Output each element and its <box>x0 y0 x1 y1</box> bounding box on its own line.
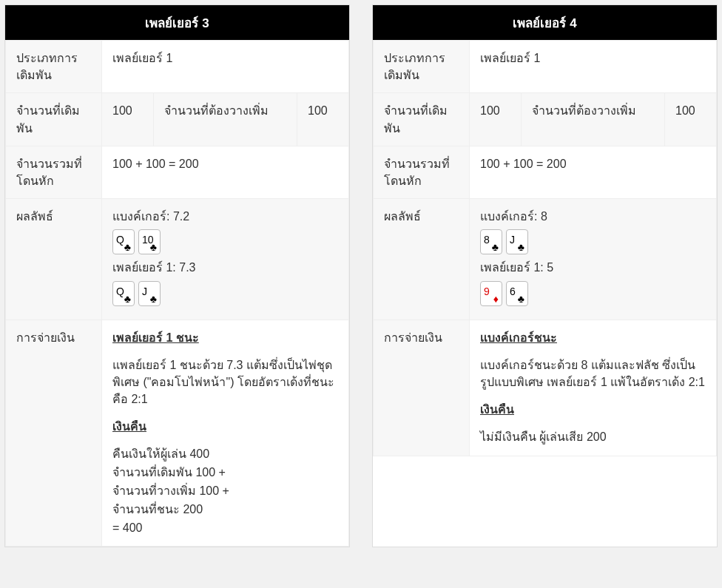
refund-line: คืนเงินให้ผู้เล่น 400 <box>112 445 338 464</box>
playing-card: 9♦ <box>480 281 502 306</box>
bet-amount-value: 100 <box>102 93 154 146</box>
card-rank: Q <box>116 284 124 299</box>
card-suit-icon: ♣ <box>518 294 524 304</box>
refund-line: ไม่มีเงินคืน ผู้เล่นเสีย 200 <box>480 428 706 447</box>
playing-card: Q♣ <box>112 281 135 306</box>
banker-cards: 8♣J♣ <box>480 229 706 254</box>
refund-title: เงินคืน <box>480 401 514 418</box>
total-value: 100 + 100 = 200 <box>102 146 349 198</box>
banker-score: แบงค์เกอร์: 8 <box>480 208 706 225</box>
player-score: เพลย์เยอร์ 1: 5 <box>480 259 706 276</box>
banker-score: แบงค์เกอร์: 7.2 <box>112 208 338 225</box>
payout-desc: แพลย์เยอร์ 1 ชนะด้วย 7.3 แต้มซึ่งเป็นไพ่… <box>112 356 338 408</box>
extra-label: จำนวนที่ต้องวางเพิ่ม <box>154 93 297 146</box>
playing-card: J♣ <box>506 229 528 254</box>
result-cell: แบงค์เกอร์: 7.2 Q♣10♣ เพลย์เยอร์ 1: 7.3 … <box>102 199 349 320</box>
total-value: 100 + 100 = 200 <box>470 146 717 198</box>
extra-value: 100 <box>297 93 349 146</box>
player-cards: Q♣J♣ <box>112 281 338 306</box>
card-suit-icon: ♣ <box>124 294 131 304</box>
player-score: เพลย์เยอร์ 1: 7.3 <box>112 259 338 276</box>
refund-lines: ไม่มีเงินคืน ผู้เล่นเสีย 200 <box>480 428 706 447</box>
payout-desc: แบงค์เกอร์ชนะด้วย 8 แต้มและฟลัช ซึ่งเป็น… <box>480 356 706 391</box>
refund-lines: คืนเงินให้ผู้เล่น 400จำนวนที่เดิมพัน 100… <box>112 445 338 537</box>
bet-amount-value: 100 <box>470 93 522 146</box>
bet-amount-label: จำนวนที่เดิมพัน <box>374 93 470 146</box>
card-rank: 8 <box>484 232 490 247</box>
total-label: จำนวนรวมที่โดนหัก <box>6 146 102 198</box>
card-suit-icon: ♣ <box>492 242 499 252</box>
info-table: ประเภทการเดิมพัน เพลย์เยอร์ 1 จำนวนที่เด… <box>373 40 717 456</box>
refund-line: จำนวนที่ชนะ 200 <box>112 501 338 519</box>
result-label: ผลลัพธ์ <box>6 199 102 320</box>
result-label: ผลลัพธ์ <box>374 199 470 320</box>
player-panel: เพลย์เยอร์ 3 ประเภทการเดิมพัน เพลย์เยอร์… <box>4 4 350 547</box>
bet-type-value: เพลย์เยอร์ 1 <box>102 41 349 93</box>
card-rank: 9 <box>484 284 490 299</box>
playing-card: J♣ <box>138 281 161 306</box>
extra-value: 100 <box>665 93 717 146</box>
card-rank: 6 <box>510 284 516 299</box>
bet-type-value: เพลย์เยอร์ 1 <box>470 41 717 93</box>
bet-type-label: ประเภทการเดิมพัน <box>374 41 470 93</box>
card-rank: J <box>142 284 147 299</box>
payout-label: การจ่ายเงิน <box>374 320 470 456</box>
refund-line: จำนวนที่เดิมพัน 100 + <box>112 464 338 482</box>
panel-title: เพลย์เยอร์ 3 <box>5 5 349 40</box>
extra-label: จำนวนที่ต้องวางเพิ่ม <box>522 93 665 146</box>
player-cards: 9♦6♣ <box>480 281 706 306</box>
refund-line: = 400 <box>112 519 338 538</box>
payout-cell: เพลย์เยอร์ 1 ชนะ แพลย์เยอร์ 1 ชนะด้วย 7.… <box>102 320 349 547</box>
payout-label: การจ่ายเงิน <box>6 320 102 547</box>
playing-card: 6♣ <box>506 281 528 306</box>
panels-container: เพลย์เยอร์ 3 ประเภทการเดิมพัน เพลย์เยอร์… <box>0 0 722 552</box>
result-cell: แบงค์เกอร์: 8 8♣J♣ เพลย์เยอร์ 1: 5 9♦6♣ <box>470 199 717 320</box>
refund-line: จำนวนที่วางเพิ่ม 100 + <box>112 482 338 501</box>
payout-headline: เพลย์เยอร์ 1 ชนะ <box>112 329 199 346</box>
payout-cell: แบงค์เกอร์ชนะ แบงค์เกอร์ชนะด้วย 8 แต้มแล… <box>470 320 717 456</box>
card-suit-icon: ♣ <box>150 242 157 252</box>
bet-type-label: ประเภทการเดิมพัน <box>6 41 102 93</box>
card-rank: J <box>510 232 515 247</box>
panel-title: เพลย์เยอร์ 4 <box>373 5 717 40</box>
player-panel: เพลย์เยอร์ 4 ประเภทการเดิมพัน เพลย์เยอร์… <box>372 4 718 547</box>
playing-card: Q♣ <box>112 229 135 254</box>
playing-card: 8♣ <box>480 229 502 254</box>
card-suit-icon: ♣ <box>518 242 524 252</box>
card-rank: Q <box>116 232 124 247</box>
banker-cards: Q♣10♣ <box>112 229 338 254</box>
card-suit-icon: ♦ <box>493 294 499 304</box>
refund-title: เงินคืน <box>112 418 146 435</box>
card-suit-icon: ♣ <box>124 242 131 252</box>
payout-headline: แบงค์เกอร์ชนะ <box>480 329 557 346</box>
playing-card: 10♣ <box>138 229 161 254</box>
card-suit-icon: ♣ <box>150 294 157 304</box>
bet-amount-label: จำนวนที่เดิมพัน <box>6 93 102 146</box>
total-label: จำนวนรวมที่โดนหัก <box>374 146 470 198</box>
info-table: ประเภทการเดิมพัน เพลย์เยอร์ 1 จำนวนที่เด… <box>5 40 349 547</box>
